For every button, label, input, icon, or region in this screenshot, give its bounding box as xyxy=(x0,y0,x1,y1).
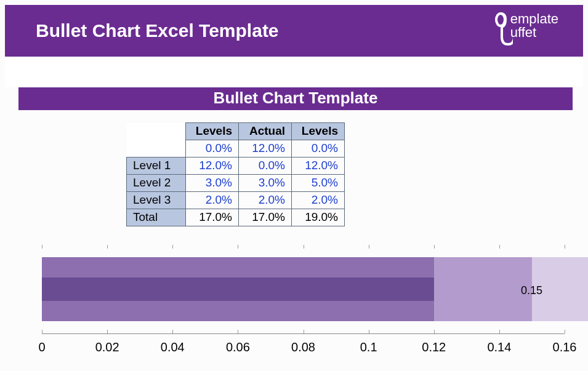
data-table: Levels Actual Levels 0.0% 12.0% 0.0% Lev… xyxy=(126,122,345,226)
x-tick-label: 0 xyxy=(38,340,45,354)
brand-logo: emplate uffet xyxy=(488,12,558,49)
grid-tick xyxy=(42,245,42,249)
col-header: Levels xyxy=(186,123,239,140)
brand-line2: uffet xyxy=(510,26,558,39)
section-title: Bullet Chart Template xyxy=(18,87,573,110)
grid-tick xyxy=(238,330,238,333)
blank-cell xyxy=(127,123,186,140)
grid-tick xyxy=(499,245,500,249)
x-tick-label: 0.12 xyxy=(422,340,446,354)
cell: 0.0% xyxy=(239,158,292,175)
svg-point-0 xyxy=(496,14,505,26)
row-label: Total xyxy=(127,209,186,226)
spacer xyxy=(5,59,583,87)
cell: 12.0% xyxy=(292,158,345,175)
grid-tick xyxy=(499,330,500,333)
cell: 3.0% xyxy=(239,175,292,192)
blank-cell xyxy=(127,140,186,158)
grid-tick xyxy=(172,245,173,249)
col-header: Levels xyxy=(292,123,345,140)
cell: 17.0% xyxy=(186,209,239,226)
x-tick-label: 0.06 xyxy=(226,340,250,354)
grid-tick xyxy=(107,245,108,249)
x-axis: 00.020.040.060.080.10.120.140.16 xyxy=(42,334,565,359)
row-label: Level 2 xyxy=(127,175,186,192)
bullet-chart: 0.15 00.020.040.060.080.10.120.140.16 xyxy=(5,245,583,359)
grid-tick xyxy=(434,330,435,333)
page-title: Bullet Chart Excel Template xyxy=(36,20,279,41)
table-row: Level 3 2.0% 2.0% 2.0% xyxy=(127,192,345,209)
cell: 2.0% xyxy=(186,192,239,209)
grid-tick xyxy=(369,330,369,333)
cell: 2.0% xyxy=(292,192,345,209)
cell: 12.0% xyxy=(239,140,292,158)
table-row: 0.0% 12.0% 0.0% xyxy=(127,140,345,158)
cell: 0.0% xyxy=(292,140,345,158)
x-tick-label: 0.04 xyxy=(161,340,185,354)
col-header: Actual xyxy=(239,123,292,140)
grid-tick xyxy=(565,245,565,249)
brand-line1: emplate xyxy=(510,12,558,26)
cell: 2.0% xyxy=(239,192,292,209)
x-tick-label: 0.1 xyxy=(360,340,377,354)
bullet-range xyxy=(434,257,532,321)
cell: 19.0% xyxy=(292,209,345,226)
x-tick-label: 0.16 xyxy=(553,340,577,354)
grid-tick xyxy=(565,330,565,333)
grid-tick xyxy=(434,245,435,249)
bullet-track: 0.15 xyxy=(42,257,565,321)
cell: 0.0% xyxy=(186,140,239,158)
x-tick-label: 0.08 xyxy=(291,340,315,354)
grid-tick xyxy=(172,330,173,333)
grid-tick xyxy=(304,330,304,333)
table-row: Level 2 3.0% 3.0% 5.0% xyxy=(127,175,345,192)
table-row-total: Total 17.0% 17.0% 19.0% xyxy=(127,209,345,226)
spoon-icon xyxy=(488,12,513,49)
table-header-row: Levels Actual Levels xyxy=(127,123,345,140)
grid-tick xyxy=(238,245,238,249)
grid-tick xyxy=(42,330,42,333)
x-tick-label: 0.14 xyxy=(487,340,511,354)
row-label: Level 3 xyxy=(127,192,186,209)
data-label: 0.15 xyxy=(521,284,542,297)
brand-text: emplate uffet xyxy=(510,12,558,39)
cell: 12.0% xyxy=(186,158,239,175)
data-table-wrap: Levels Actual Levels 0.0% 12.0% 0.0% Lev… xyxy=(126,122,588,226)
bullet-actual-bar xyxy=(42,277,434,300)
grid-tick xyxy=(369,245,369,249)
cell: 3.0% xyxy=(186,175,239,192)
chart-plot-area: 0.15 xyxy=(42,245,565,334)
grid-tick xyxy=(107,330,108,333)
table-row: Level 1 12.0% 0.0% 12.0% xyxy=(127,158,345,175)
cell: 17.0% xyxy=(239,209,292,226)
row-label: Level 1 xyxy=(127,158,186,175)
grid-tick xyxy=(304,245,304,249)
cell: 5.0% xyxy=(292,175,345,192)
header-bar: Bullet Chart Excel Template emplate uffe… xyxy=(5,5,583,59)
x-tick-label: 0.02 xyxy=(95,340,119,354)
